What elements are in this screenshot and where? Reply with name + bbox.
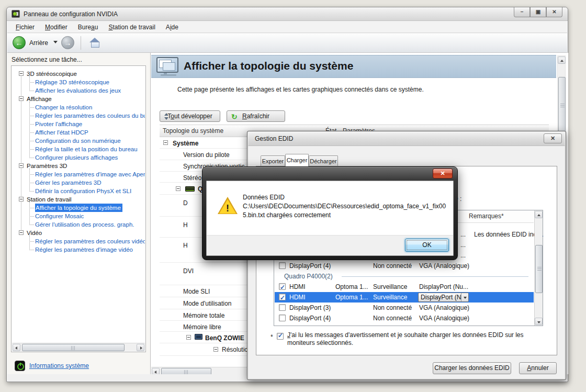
menu-item[interactable]: Bureau bbox=[73, 23, 104, 32]
sidebar: Sélectionnez une tâche... 3D stéréoscopi… bbox=[7, 53, 151, 374]
sidebar-tree-item[interactable]: Régler les paramètres des couleurs vidéo bbox=[12, 237, 145, 245]
scrollbar-thumb[interactable] bbox=[22, 344, 125, 351]
edid-dialog-close-button[interactable]: ✕ bbox=[544, 133, 562, 143]
forward-button[interactable]: → bbox=[61, 36, 74, 49]
sidebar-tree-item[interactable]: Station de travail bbox=[12, 195, 145, 204]
monitor-checkbox[interactable] bbox=[279, 262, 286, 269]
edid-dialog-title-bar[interactable]: Gestion EDID ✕ bbox=[248, 132, 565, 146]
signal-combobox[interactable]: VGA (Analogique) bbox=[419, 261, 469, 271]
toolbar-divider bbox=[81, 36, 81, 50]
scrollbar-thumb[interactable] bbox=[558, 77, 566, 135]
expander-icon[interactable] bbox=[19, 230, 24, 235]
sidebar-tree-item[interactable]: Définir la configuration PhysX et SLI bbox=[12, 187, 145, 195]
sidebar-tree-item[interactable]: Régler les paramètres des couleurs du bu… bbox=[12, 111, 145, 120]
scroll-up-arrow[interactable] bbox=[558, 57, 566, 64]
scroll-up-arrow[interactable] bbox=[535, 211, 543, 218]
page-banner: Afficher la topologie du système bbox=[151, 55, 556, 78]
signal-combobox[interactable]: VGA (Analogique) bbox=[419, 313, 469, 323]
scrollbar-thumb[interactable] bbox=[535, 245, 543, 293]
tab-export[interactable]: Exporter bbox=[261, 155, 285, 166]
message-body: ! Données EDIDC:\Users\DEC\Documents\DEC… bbox=[206, 181, 454, 256]
expander-icon[interactable] bbox=[213, 347, 218, 352]
tree-horizontal-scrollbar[interactable] bbox=[12, 343, 145, 351]
sidebar-tree-item[interactable]: Régler la taille et la position du burea… bbox=[12, 145, 145, 153]
edid-table-row[interactable]: HDMI Optoma 1... Surveillance DisplayPor… bbox=[275, 292, 534, 303]
expander-icon[interactable] bbox=[163, 140, 168, 145]
monitor-checkbox[interactable] bbox=[279, 294, 286, 300]
message-close-button[interactable]: ✕ bbox=[433, 169, 453, 178]
sidebar-tree-item[interactable]: Gérer l'utilisation des process. graph. bbox=[12, 220, 145, 229]
expander-icon[interactable] bbox=[19, 96, 24, 101]
message-line: 5.bin.txt chargées correctement bbox=[243, 211, 452, 220]
sidebar-tree-item[interactable]: Changer la résolution bbox=[12, 103, 145, 111]
signal-combobox[interactable]: ... bbox=[460, 240, 466, 250]
expander-icon[interactable] bbox=[176, 186, 181, 191]
message-footer: OK bbox=[207, 235, 453, 255]
monitor-checkbox[interactable] bbox=[279, 304, 286, 311]
sidebar-tree-item[interactable]: Régler les paramètres d'image vidéo bbox=[12, 245, 145, 254]
title-bar[interactable]: Panneau de configuration NVIDIA –▣✕ bbox=[7, 7, 568, 21]
ok-button[interactable]: OK bbox=[405, 239, 449, 252]
tab-load[interactable]: Charger bbox=[285, 154, 309, 166]
signal-combobox[interactable]: ... bbox=[460, 250, 466, 261]
sidebar-tree-item[interactable]: Paramètres 3D bbox=[12, 162, 145, 170]
scroll-right-arrow[interactable] bbox=[137, 344, 144, 351]
sidebar-tree-item[interactable]: Configurer plusieurs affichages bbox=[12, 153, 145, 162]
signal-combobox[interactable]: DisplayPort (Nu... bbox=[419, 282, 468, 292]
menu-item[interactable]: Station de travail bbox=[103, 23, 160, 32]
sidebar-tree-item[interactable]: Affichage bbox=[12, 95, 145, 103]
expander-icon[interactable] bbox=[186, 335, 191, 340]
sidebar-tree-item[interactable]: Réglage 3D stéréoscopique bbox=[12, 78, 145, 86]
signal-combobox[interactable]: DisplayPort (Nur bbox=[418, 293, 469, 302]
back-label[interactable]: Arrière bbox=[29, 39, 48, 47]
edid-table-scrollbar[interactable] bbox=[534, 210, 543, 326]
sidebar-tree-item[interactable]: Vidéo bbox=[12, 229, 145, 237]
sidebar-tree-item[interactable]: Configuration du son numérique bbox=[12, 137, 145, 145]
tab-unload[interactable]: Décharger bbox=[309, 155, 338, 166]
sidebar-tree-item[interactable]: Régler les paramètres d'image avec Aperç… bbox=[12, 170, 145, 178]
back-button[interactable]: ← bbox=[13, 36, 26, 49]
message-text: Données EDIDC:\Users\DEC\Documents\DEC\R… bbox=[243, 193, 452, 220]
close-button[interactable]: ✕ bbox=[546, 7, 562, 17]
scroll-left-arrow[interactable] bbox=[13, 344, 20, 351]
signal-combobox[interactable]: ... bbox=[460, 229, 466, 240]
expander-icon[interactable] bbox=[19, 71, 24, 76]
edid-table-row[interactable]: HDMI Optoma 1... Surveillance DisplayPor… bbox=[275, 282, 534, 292]
edid-table-row[interactable]: Quadro P4000(2) bbox=[275, 271, 534, 282]
sidebar-tree-item[interactable]: Afficher les évaluations des jeux bbox=[12, 86, 145, 95]
edid-table-row[interactable]: DisplayPort (4) Non connecté VGA (Analog… bbox=[275, 261, 534, 271]
chevron-down-icon[interactable] bbox=[53, 41, 58, 43]
load-edid-button[interactable]: Charger les données EDID bbox=[433, 362, 511, 374]
window-controls: –▣✕ bbox=[514, 7, 562, 17]
expand-all-button[interactable]: Tout développer bbox=[160, 110, 220, 122]
menu-item[interactable]: Fichier bbox=[10, 23, 40, 32]
menu-item[interactable]: Modifier bbox=[40, 23, 73, 32]
confirm-checkbox[interactable] bbox=[277, 333, 284, 340]
expander-icon[interactable] bbox=[19, 163, 24, 168]
content-horizontal-scrollbar[interactable] bbox=[151, 367, 254, 374]
monitor-checkbox[interactable] bbox=[279, 315, 286, 321]
home-icon[interactable] bbox=[89, 38, 100, 47]
maximize-button[interactable]: ▣ bbox=[530, 7, 546, 17]
monitor-checkbox[interactable] bbox=[279, 283, 286, 290]
sidebar-tree-item[interactable]: Gérer les paramètres 3D bbox=[12, 178, 145, 187]
sidebar-tree-item[interactable]: Afficher l'état HDCP bbox=[12, 128, 145, 137]
menu-item[interactable]: Aide bbox=[161, 23, 184, 32]
scroll-down-arrow[interactable] bbox=[535, 318, 543, 325]
monitor-topology-icon bbox=[156, 57, 181, 76]
expander-icon[interactable] bbox=[19, 197, 24, 201]
sidebar-tree-item[interactable]: Afficher la topologie du système bbox=[12, 204, 145, 212]
edid-table-row[interactable]: DisplayPort (4) Non connecté VGA (Analog… bbox=[275, 313, 534, 323]
scrollbar-thumb[interactable] bbox=[161, 368, 211, 374]
signal-combobox[interactable]: VGA (Analogique) bbox=[419, 303, 469, 313]
minimize-button[interactable]: – bbox=[514, 7, 530, 17]
scroll-left-arrow[interactable] bbox=[152, 368, 160, 374]
edid-table-row[interactable]: DisplayPort (3) Non connecté VGA (Analog… bbox=[275, 303, 534, 313]
sidebar-tree-item[interactable]: Pivoter l'affichage bbox=[12, 120, 145, 128]
sidebar-tree-item[interactable]: Configurer Mosaic bbox=[12, 212, 145, 220]
refresh-button[interactable]: ↻ Rafraîchir bbox=[227, 110, 285, 122]
sidebar-tree-item[interactable]: 3D stéréoscopique bbox=[12, 70, 145, 78]
system-info-link[interactable]: Informations système bbox=[29, 362, 89, 369]
cancel-button[interactable]: Annuler bbox=[519, 362, 557, 374]
toolbar: ← Arrière → bbox=[7, 33, 567, 53]
